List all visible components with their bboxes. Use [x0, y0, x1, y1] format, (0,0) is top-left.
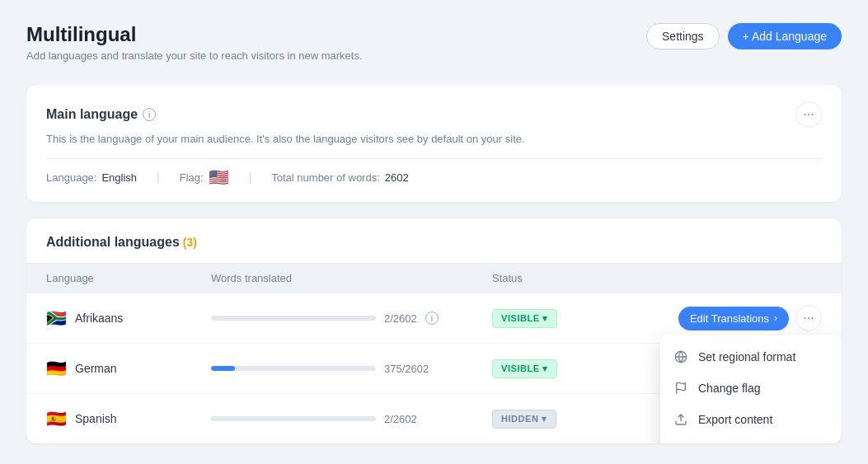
main-language-info-icon[interactable]: i: [143, 108, 156, 121]
col-language: Language: [46, 272, 211, 284]
chevron-right-icon: ›: [774, 312, 777, 324]
more-button-afrikaans[interactable]: ···: [795, 305, 822, 331]
main-language-info: Language: English | Flag: 🇺🇸 | Total num…: [46, 158, 822, 185]
divider-1: |: [157, 171, 160, 184]
page-subtitle: Add languages and translate your site to…: [26, 49, 363, 62]
page-header: Multilingual Add languages and translate…: [26, 23, 842, 62]
settings-button[interactable]: Settings: [646, 23, 720, 49]
flag-emoji: 🇺🇸: [209, 169, 229, 185]
flag-spanish: 🇪🇸: [46, 410, 67, 427]
language-value: English: [101, 171, 137, 184]
additional-languages-title: Additional languages: [46, 235, 180, 250]
words-label: Total number of words:: [271, 171, 380, 184]
globe-icon: [673, 349, 688, 364]
words-count-spanish: 2/2602: [384, 413, 417, 425]
page-title: Multilingual: [26, 23, 363, 46]
main-language-description: This is the language of your main audien…: [46, 133, 822, 145]
progress-bg-afrikaans: [211, 316, 376, 321]
col-status: Status: [492, 272, 657, 284]
status-cell-spanish: HIDDEN ▾: [492, 410, 657, 429]
progress-fill-german: [211, 366, 235, 371]
flag-afrikaans: 🇿🇦: [46, 310, 67, 326]
additional-languages-card: Additional languages (3) Language Words …: [26, 218, 842, 443]
edit-translations-button-afrikaans[interactable]: Edit Translations ›: [678, 307, 789, 330]
lang-cell-german: 🇩🇪 German: [46, 360, 211, 377]
page-container: Multilingual Add languages and translate…: [0, 0, 868, 464]
language-label: Language:: [46, 171, 96, 184]
main-language-title: Main language i: [46, 107, 156, 122]
header-actions: Settings + Add Language: [646, 23, 842, 49]
flag-icon: [673, 381, 688, 396]
flag-label-item: Flag: 🇺🇸: [180, 169, 229, 185]
status-badge-spanish[interactable]: HIDDEN ▾: [492, 410, 556, 429]
additional-languages-header: Additional languages (3): [26, 218, 842, 263]
words-info-icon-afrikaans[interactable]: i: [425, 312, 439, 325]
progress-bg-german: [211, 366, 376, 371]
header-left: Multilingual Add languages and translate…: [26, 23, 363, 62]
lang-cell-spanish: 🇪🇸 Spanish: [46, 410, 211, 427]
lang-name-afrikaans: Afrikaans: [75, 312, 123, 325]
main-language-title-text: Main language: [46, 107, 138, 122]
actions-cell-afrikaans: Edit Translations › ···: [657, 305, 822, 331]
status-cell-afrikaans: VISIBLE ▾: [492, 309, 657, 328]
words-count-german: 375/2602: [384, 363, 429, 375]
edit-translations-label: Edit Translations: [690, 312, 769, 325]
words-count-afrikaans: 2/2602: [384, 312, 417, 325]
main-language-card-header: Main language i ···: [46, 101, 822, 128]
additional-languages-count: (3): [183, 236, 197, 249]
dropdown-item-regional-format[interactable]: Set regional format: [660, 341, 842, 373]
status-badge-german[interactable]: VISIBLE ▾: [492, 359, 557, 378]
dropdown-label-change-flag: Change flag: [698, 382, 761, 395]
flag-german: 🇩🇪: [46, 360, 67, 377]
words-cell-german: 375/2602: [211, 363, 492, 375]
words-cell-afrikaans: 2/2602 i: [211, 312, 492, 325]
main-language-card: Main language i ··· This is the language…: [26, 85, 842, 202]
dropdown-item-change-flag[interactable]: Change flag: [660, 373, 842, 404]
dropdown-item-import[interactable]: Import translations: [660, 435, 842, 443]
language-label-item: Language: English: [46, 171, 137, 184]
progress-fill-afrikaans: [211, 316, 212, 321]
words-cell-spanish: 2/2602: [211, 413, 492, 425]
dropdown-menu-afrikaans: Set regional format Change flag: [660, 335, 842, 443]
table-row-afrikaans: 🇿🇦 Afrikaans 2/2602 i VISIBLE ▾ Edit Tra…: [26, 293, 842, 343]
words-label-item: Total number of words: 2602: [271, 171, 408, 184]
dropdown-label-regional-format: Set regional format: [698, 350, 795, 363]
status-badge-afrikaans[interactable]: VISIBLE ▾: [492, 309, 557, 328]
divider-2: |: [249, 171, 252, 184]
col-actions: [657, 272, 822, 284]
progress-bg-spanish: [211, 416, 376, 421]
lang-name-german: German: [75, 362, 117, 375]
progress-fill-spanish: [211, 416, 212, 421]
table-header: Language Words translated Status: [26, 263, 842, 293]
dropdown-item-export[interactable]: Export content: [660, 404, 842, 435]
lang-cell-afrikaans: 🇿🇦 Afrikaans: [46, 310, 211, 326]
status-cell-german: VISIBLE ▾: [492, 359, 657, 378]
add-language-button[interactable]: + Add Language: [728, 23, 842, 49]
export-icon: [673, 412, 688, 427]
lang-name-spanish: Spanish: [75, 412, 117, 425]
words-value: 2602: [385, 171, 409, 184]
main-language-more-button[interactable]: ···: [795, 101, 822, 128]
col-words: Words translated: [211, 272, 492, 284]
flag-label: Flag:: [180, 171, 204, 184]
dropdown-label-export: Export content: [698, 413, 772, 426]
